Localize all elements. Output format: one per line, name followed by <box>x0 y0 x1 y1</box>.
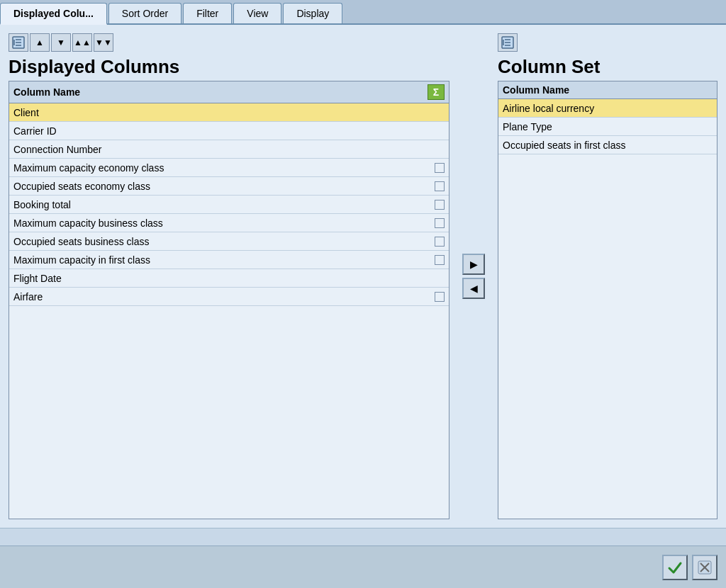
left-table-row[interactable]: Flight Date <box>9 269 449 288</box>
right-table: Column Name Airline local currencyPlane … <box>498 81 717 519</box>
right-toolbar <box>498 33 717 52</box>
tab-filter[interactable]: Filter <box>183 3 232 23</box>
left-table-row[interactable]: Booking total <box>9 196 449 214</box>
move-bottom-btn[interactable]: ▼▼ <box>94 33 113 52</box>
right-table-header: Column Name <box>498 81 717 99</box>
row-checkbox[interactable] <box>435 163 445 173</box>
left-row-text: Connection Number <box>13 144 445 155</box>
move-left-btn[interactable]: ◀ <box>462 278 485 299</box>
move-top-btn[interactable]: ▲▲ <box>72 33 92 52</box>
confirm-button[interactable] <box>662 555 688 580</box>
left-row-text: Booking total <box>13 199 432 210</box>
row-checkbox[interactable] <box>435 181 445 191</box>
right-table-row[interactable]: Plane Type <box>498 118 717 136</box>
right-table-row[interactable]: Occupied seats in first class <box>498 136 717 154</box>
left-panel-title: Displayed Columns <box>9 56 449 78</box>
left-table-row[interactable]: Maximum capacity economy class <box>9 159 449 177</box>
sigma-button[interactable]: Σ <box>428 84 445 100</box>
move-down-btn[interactable]: ▼ <box>51 33 71 52</box>
cancel-button[interactable] <box>692 555 717 580</box>
left-toolbar: ▲ ▼ ▲▲ ▼▼ <box>9 33 449 52</box>
left-row-text: Occupied seats business class <box>13 236 432 247</box>
main-content: ▲ ▼ ▲▲ ▼▼ Displayed Columns Column Name … <box>0 25 726 528</box>
left-table-row[interactable]: Carrier ID <box>9 122 449 140</box>
tab-display[interactable]: Display <box>283 3 342 23</box>
row-checkbox[interactable] <box>435 255 445 265</box>
left-table-row[interactable]: Occupied seats economy class <box>9 177 449 196</box>
left-table-row[interactable]: Client <box>9 103 449 122</box>
left-table-row[interactable]: Occupied seats business class <box>9 232 449 251</box>
tab-view[interactable]: View <box>233 3 281 23</box>
right-row-text: Airline local currency <box>503 103 713 114</box>
left-row-text: Airfare <box>13 291 432 303</box>
left-row-text: Maximum capacity economy class <box>13 162 432 174</box>
left-table-row[interactable]: Maximum capacity in first class <box>9 251 449 269</box>
row-checkbox[interactable] <box>435 237 445 247</box>
row-checkbox[interactable] <box>435 200 445 210</box>
tab-displayed-columns[interactable]: Displayed Colu... <box>0 3 107 25</box>
left-row-text: Maximum capacity business class <box>13 217 432 229</box>
tab-bar: Displayed Colu... Sort Order Filter View… <box>0 0 726 25</box>
row-checkbox[interactable] <box>435 218 445 228</box>
move-up-btn[interactable]: ▲ <box>30 33 50 52</box>
right-panel-title: Column Set <box>498 56 717 78</box>
left-col-name-header: Column Name <box>13 86 428 98</box>
left-row-text: Client <box>13 107 445 118</box>
left-table-header: Column Name Σ <box>9 81 449 103</box>
right-panel: Column Set Column Name Airline local cur… <box>498 33 717 519</box>
left-panel: ▲ ▼ ▲▲ ▼▼ Displayed Columns Column Name … <box>9 33 449 519</box>
left-row-text: Carrier ID <box>13 125 445 137</box>
transfer-buttons: ▶ ◀ <box>457 33 491 519</box>
left-table-row[interactable]: Airfare <box>9 288 449 306</box>
left-table: Column Name Σ ClientCarrier IDConnection… <box>9 81 449 519</box>
scrollbar[interactable] <box>0 528 726 536</box>
left-row-text: Maximum capacity in first class <box>13 254 432 266</box>
right-optimize-icon[interactable] <box>498 33 518 52</box>
left-table-row[interactable]: Maximum capacity business class <box>9 214 449 232</box>
move-right-btn[interactable]: ▶ <box>462 254 485 275</box>
optimize-icon[interactable] <box>9 33 28 52</box>
bottom-bar <box>0 545 726 588</box>
tab-sort-order[interactable]: Sort Order <box>108 3 182 23</box>
right-table-row[interactable]: Airline local currency <box>498 99 717 118</box>
left-row-text: Occupied seats economy class <box>13 181 432 192</box>
row-checkbox[interactable] <box>435 292 445 302</box>
left-table-row[interactable]: Connection Number <box>9 140 449 159</box>
right-rows-container: Airline local currencyPlane TypeOccupied… <box>498 99 717 154</box>
right-col-name-header: Column Name <box>503 84 713 96</box>
left-row-text: Flight Date <box>13 273 445 284</box>
right-row-text: Plane Type <box>503 121 713 132</box>
right-row-text: Occupied seats in first class <box>503 140 713 151</box>
left-rows-container: ClientCarrier IDConnection NumberMaximum… <box>9 103 449 306</box>
